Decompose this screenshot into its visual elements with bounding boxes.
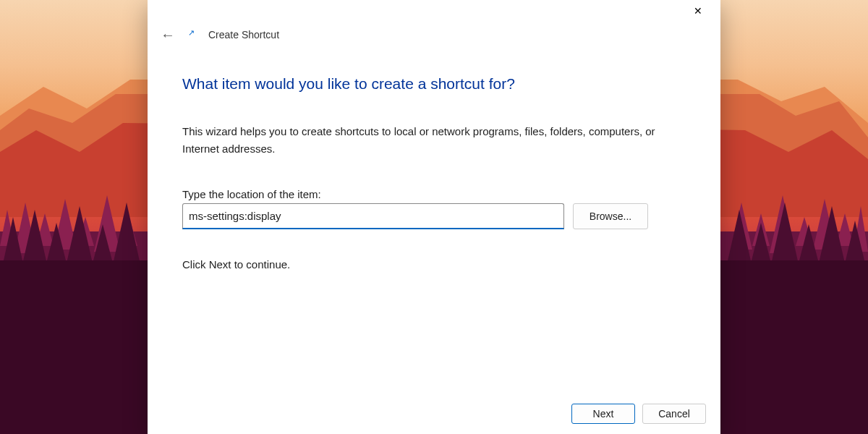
location-row: Browse... [182, 203, 686, 229]
dialog-content: What item would you like to create a sho… [148, 54, 720, 393]
titlebar: ✕ [148, 0, 720, 22]
create-shortcut-dialog: ✕ ← Create Shortcut What item would you … [148, 0, 720, 434]
page-heading: What item would you like to create a sho… [182, 75, 686, 93]
cancel-button[interactable]: Cancel [642, 404, 706, 424]
close-button[interactable]: ✕ [681, 0, 715, 22]
shortcut-icon [188, 30, 198, 40]
dialog-footer: Next Cancel [148, 393, 720, 434]
close-icon: ✕ [694, 5, 702, 17]
wizard-title: Create Shortcut [208, 29, 279, 41]
dialog-header: ← Create Shortcut [148, 22, 720, 54]
continue-hint: Click Next to continue. [182, 258, 686, 271]
wizard-description: This wizard helps you to create shortcut… [182, 123, 674, 158]
back-button[interactable]: ← [158, 26, 178, 43]
location-input[interactable] [182, 203, 564, 229]
back-arrow-icon: ← [161, 27, 175, 43]
next-button[interactable]: Next [571, 404, 635, 424]
location-label: Type the location of the item: [182, 188, 686, 200]
browse-button[interactable]: Browse... [573, 203, 648, 229]
